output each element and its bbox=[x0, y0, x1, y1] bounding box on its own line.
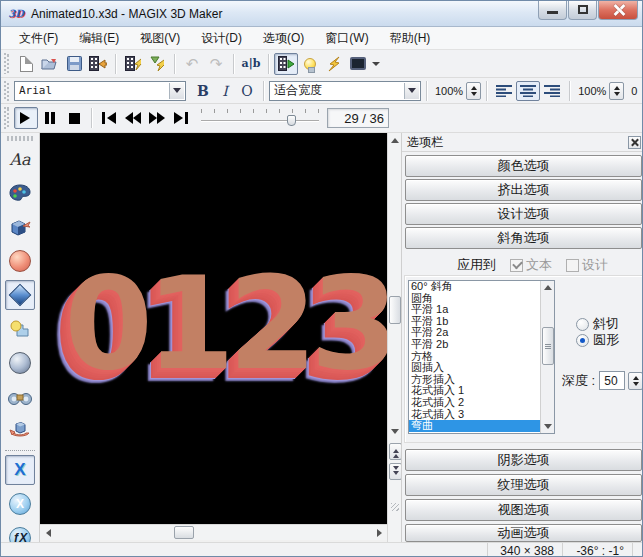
animation-preset-1-button[interactable]: X bbox=[5, 489, 35, 519]
render-canvas[interactable]: 0123 bbox=[40, 133, 387, 524]
open-file-button[interactable] bbox=[38, 53, 62, 75]
scroll-down-button[interactable] bbox=[389, 425, 401, 438]
font-family-select[interactable]: Arial bbox=[14, 81, 186, 101]
align-center-button[interactable] bbox=[516, 81, 540, 101]
design-options-section-button[interactable]: 设计选项 bbox=[405, 203, 642, 225]
extrude-options-button[interactable] bbox=[5, 212, 35, 242]
screen-preview-button[interactable] bbox=[346, 53, 370, 75]
radio-miter-row[interactable]: 斜切 bbox=[576, 316, 619, 332]
font-size-spinner[interactable] bbox=[466, 82, 481, 100]
scroll-up-button[interactable] bbox=[389, 133, 401, 146]
panel-close-button[interactable] bbox=[628, 136, 641, 149]
list-scroll-up-button[interactable] bbox=[542, 281, 554, 293]
canvas-3d-text[interactable]: 0123 bbox=[64, 249, 387, 398]
bevel-options-button[interactable] bbox=[5, 280, 35, 310]
step-back-button[interactable] bbox=[121, 107, 145, 129]
italic-button[interactable]: I bbox=[214, 81, 236, 101]
animation-options-section-button[interactable]: 动画选项 bbox=[405, 524, 642, 542]
close-button[interactable] bbox=[598, 1, 638, 20]
new-file-button[interactable] bbox=[14, 53, 38, 75]
texture-options-button[interactable] bbox=[5, 348, 35, 378]
edit-text-button[interactable]: a|b bbox=[239, 53, 263, 75]
depth-spinner[interactable] bbox=[628, 372, 643, 390]
scroll-right-button[interactable] bbox=[373, 526, 386, 539]
fit-mode-select[interactable]: 适合宽度 bbox=[269, 81, 421, 101]
list-scroll-down-button[interactable] bbox=[542, 421, 554, 433]
color-options-section-button[interactable]: 颜色选项 bbox=[405, 155, 642, 177]
list-item[interactable]: 平滑 2b bbox=[409, 339, 554, 351]
step-forward-button[interactable] bbox=[145, 107, 169, 129]
horizontal-scrollbar[interactable] bbox=[40, 524, 387, 540]
menu-help[interactable]: 帮助(H) bbox=[390, 30, 431, 47]
apply-text-checkbox[interactable] bbox=[510, 259, 523, 272]
list-scrollbar[interactable] bbox=[540, 281, 554, 433]
shadow-options-button[interactable] bbox=[5, 314, 35, 344]
outline-button[interactable]: O bbox=[236, 81, 258, 101]
animation-options-button[interactable] bbox=[5, 416, 35, 446]
menu-design[interactable]: 设计(D) bbox=[201, 30, 242, 47]
shadow-options-section-button[interactable]: 阴影选项 bbox=[405, 449, 642, 471]
menu-window[interactable]: 窗口(W) bbox=[325, 30, 368, 47]
align-right-button[interactable] bbox=[540, 81, 564, 101]
list-scroll-thumb[interactable] bbox=[542, 327, 554, 365]
list-item[interactable]: 花式插入 2 bbox=[409, 397, 554, 409]
vertical-scrollbar[interactable] bbox=[387, 133, 401, 542]
toolbar-grip[interactable] bbox=[4, 53, 9, 75]
play-animation-toggle[interactable] bbox=[274, 53, 298, 75]
restore-button[interactable] bbox=[568, 1, 597, 20]
play-button[interactable] bbox=[14, 107, 38, 129]
toolbar-grip[interactable] bbox=[4, 107, 9, 129]
char-spacing-spinner[interactable] bbox=[609, 82, 624, 100]
texture-options-section-button[interactable]: 纹理选项 bbox=[405, 474, 642, 496]
text-options-button[interactable]: Aa bbox=[5, 144, 35, 174]
list-item[interactable]: 60° 斜角 bbox=[409, 281, 554, 293]
go-last-frame-button[interactable] bbox=[169, 107, 193, 129]
options-panel-header[interactable]: 选项栏 bbox=[402, 133, 643, 152]
flash-render-button[interactable] bbox=[322, 53, 346, 75]
palette-icon bbox=[9, 184, 31, 202]
radio-round-row[interactable]: 圆形 bbox=[576, 332, 619, 348]
import-movie-button[interactable] bbox=[121, 53, 145, 75]
view-options-section-button[interactable]: 视图选项 bbox=[405, 499, 642, 521]
miter-radio[interactable] bbox=[576, 318, 589, 331]
vertical-scroll-thumb[interactable] bbox=[389, 296, 401, 324]
resize-grip[interactable] bbox=[391, 503, 399, 511]
menu-file[interactable]: 文件(F) bbox=[19, 30, 58, 47]
frame-slider[interactable] bbox=[201, 108, 319, 128]
animation-x-button[interactable]: X bbox=[5, 455, 35, 485]
go-first-frame-button[interactable] bbox=[97, 107, 121, 129]
list-item[interactable]: 圆插入 bbox=[409, 362, 554, 374]
apply-design-checkbox[interactable] bbox=[566, 259, 579, 272]
menu-options[interactable]: 选项(O) bbox=[263, 30, 304, 47]
horizontal-scroll-thumb[interactable] bbox=[174, 526, 194, 539]
redo-button[interactable]: ↷ bbox=[204, 53, 228, 75]
undo-button[interactable]: ↶ bbox=[180, 53, 204, 75]
bevel-style-list[interactable]: 60° 斜角 圆角 平滑 1a 平滑 1b 平滑 2a 平滑 2b 方格 圆插入… bbox=[408, 280, 555, 434]
menu-edit[interactable]: 编辑(E) bbox=[79, 30, 119, 47]
menu-view[interactable]: 视图(V) bbox=[140, 30, 180, 47]
bold-button[interactable]: B bbox=[192, 81, 214, 101]
align-left-button[interactable] bbox=[492, 81, 516, 101]
minimize-button[interactable] bbox=[538, 1, 567, 20]
bevel-options-section-button[interactable]: 斜角选项 bbox=[405, 227, 642, 249]
design-options-button[interactable] bbox=[5, 246, 35, 276]
stop-button[interactable] bbox=[62, 107, 86, 129]
color-options-button[interactable] bbox=[5, 178, 35, 208]
list-item-selected[interactable]: 弯曲 bbox=[409, 420, 554, 432]
slider-thumb[interactable] bbox=[287, 115, 296, 126]
toolbar-grip[interactable] bbox=[4, 81, 9, 101]
pause-button[interactable] bbox=[38, 107, 62, 129]
export-movie-button[interactable] bbox=[86, 53, 110, 75]
save-button[interactable] bbox=[62, 53, 86, 75]
lighting-button[interactable] bbox=[298, 53, 322, 75]
depth-input[interactable]: 50 bbox=[599, 371, 625, 390]
round-radio[interactable] bbox=[576, 334, 589, 347]
title-bar[interactable]: 3D Animated10.x3d - MAGIX 3D Maker bbox=[1, 1, 642, 27]
scroll-left-button[interactable] bbox=[41, 526, 54, 539]
extrude-options-section-button[interactable]: 挤出选项 bbox=[405, 179, 642, 201]
slider-track[interactable] bbox=[201, 120, 319, 122]
view-options-button[interactable] bbox=[5, 382, 35, 412]
toolbar-grip[interactable] bbox=[7, 136, 33, 141]
toolbar-more-dropdown-icon[interactable] bbox=[372, 62, 380, 70]
export-snapshot-button[interactable] bbox=[145, 53, 169, 75]
